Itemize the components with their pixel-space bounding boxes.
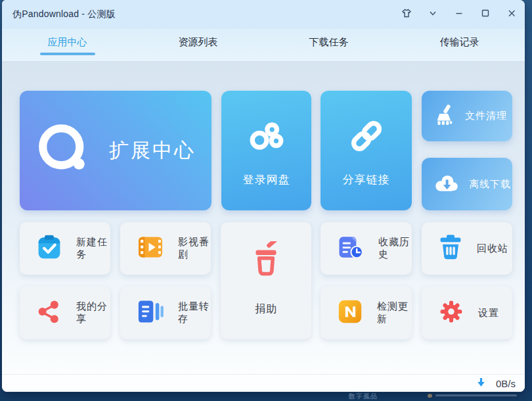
tile-label: 离线下载	[469, 178, 511, 191]
tile-file-clean[interactable]: 文件清理	[422, 91, 512, 141]
tile-login-netdisk[interactable]: 登录网盘	[221, 91, 311, 210]
gear-icon	[439, 299, 464, 327]
clipboard-check-icon	[37, 234, 62, 263]
tile-donate[interactable]: 捐助	[221, 222, 311, 339]
minimize-button[interactable]	[446, 0, 472, 29]
broom-icon	[433, 104, 456, 129]
tile-extension-center[interactable]: 扩展中心	[20, 91, 211, 210]
tile-label: 批量转存	[178, 300, 211, 325]
tile-my-share[interactable]: 我的分享	[20, 287, 110, 339]
titlebar: 伪Pandownload - 公测版	[2, 0, 525, 29]
tile-check-update[interactable]: 检测更新	[321, 287, 412, 339]
theme-skin-button[interactable]	[393, 0, 420, 29]
share-nodes-icon	[37, 299, 62, 327]
tile-new-task[interactable]: 新建任务	[20, 222, 110, 275]
desktop-artifact-dot	[428, 394, 432, 398]
titlebar-controls	[393, 0, 525, 29]
tile-settings[interactable]: 设置	[422, 287, 512, 339]
tile-label: 扩展中心	[109, 137, 196, 164]
pages-bars-icon	[137, 299, 164, 327]
tile-label: 检测更新	[377, 300, 412, 325]
close-button[interactable]	[499, 0, 525, 29]
minimize-icon	[454, 8, 464, 21]
tile-movies[interactable]: 影视番剧	[120, 222, 211, 275]
tile-favorites-history[interactable]: 收藏历史	[321, 222, 412, 275]
tile-recycle-bin[interactable]: 回收站	[422, 222, 512, 275]
tile-offline-download[interactable]: 离线下载	[422, 158, 512, 210]
document-clock-icon	[338, 235, 364, 262]
window-title: 伪Pandownload - 公测版	[12, 9, 116, 20]
statusbar: 0B/s	[2, 374, 525, 392]
tab-app-center[interactable]: 应用中心	[2, 29, 133, 61]
tile-label: 回收站	[477, 243, 508, 255]
tile-label: 影视番剧	[178, 236, 211, 261]
maximize-icon	[480, 8, 491, 21]
desktop-artifact-line	[435, 394, 517, 396]
chain-link-icon	[347, 100, 386, 172]
tab-label: 传输记录	[440, 36, 479, 49]
tab-label: 下载任务	[309, 36, 349, 49]
tile-batch-save[interactable]: 批量转存	[120, 287, 211, 339]
cloud-download-icon	[433, 173, 460, 196]
film-play-icon	[137, 235, 164, 262]
letter-n-badge-icon	[338, 299, 363, 327]
tile-label: 登录网盘	[243, 172, 290, 187]
maximize-button[interactable]	[472, 0, 499, 29]
tab-label: 应用中心	[48, 36, 87, 49]
tab-download-tasks[interactable]: 下载任务	[263, 29, 394, 61]
ring-icon	[35, 121, 92, 180]
theme-skin-icon	[401, 8, 412, 21]
trash-icon	[439, 234, 462, 263]
app-window: 伪Pandownload - 公测版	[2, 0, 525, 392]
close-icon	[506, 8, 517, 21]
tile-label: 分享链接	[343, 172, 390, 187]
chevron-down-icon	[428, 8, 438, 21]
tile-label: 新建任务	[76, 236, 110, 261]
tile-label: 设置	[478, 307, 499, 319]
dropdown-button[interactable]	[420, 0, 446, 29]
drink-cup-icon	[250, 241, 282, 281]
tab-resource-list[interactable]: 资源列表	[133, 29, 263, 61]
tile-share-link[interactable]: 分享链接	[321, 91, 412, 210]
tile-label: 我的分享	[76, 300, 110, 325]
tile-label: 收藏历史	[378, 236, 412, 261]
tab-label: 资源列表	[179, 36, 218, 49]
tabbar: 应用中心 资源列表 下载任务 传输记录	[2, 29, 525, 62]
netdisk-cloud-icon	[248, 100, 286, 172]
download-speed: 0B/s	[496, 378, 516, 389]
app-center-content: 扩展中心 登录网盘 分	[2, 62, 525, 374]
active-tab-underline	[40, 53, 95, 55]
desktop-watermark: 数字孤品	[349, 392, 378, 401]
download-arrow-icon	[477, 377, 485, 390]
tab-transfer-records[interactable]: 传输记录	[394, 29, 525, 61]
tile-label: 捐助	[255, 302, 277, 316]
tile-label: 文件清理	[465, 110, 507, 122]
